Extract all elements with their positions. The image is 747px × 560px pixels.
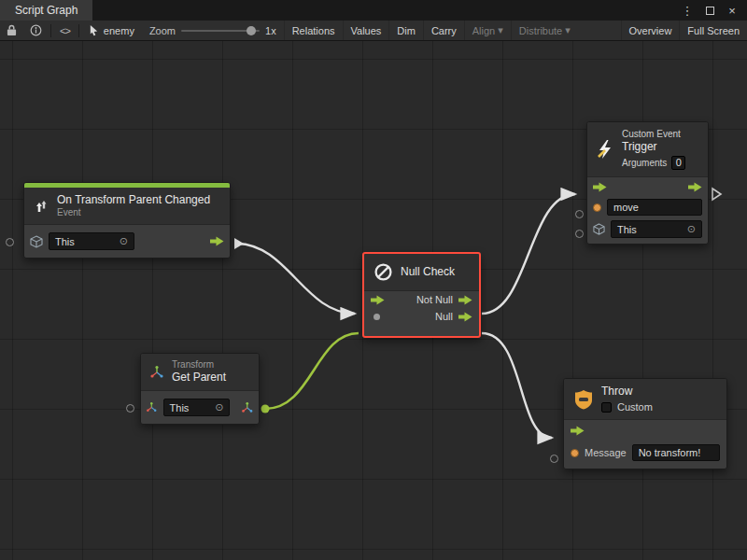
overview-button[interactable]: Overview [621, 21, 680, 40]
align-button[interactable]: Align ▾ [464, 21, 511, 40]
close-icon[interactable]: × [723, 2, 741, 19]
values-button[interactable]: Values [343, 21, 389, 40]
not-null-label: Not Null [416, 294, 453, 305]
node-subtitle: Event [57, 207, 210, 218]
null-output-arrow[interactable] [458, 312, 472, 322]
cube-icon [30, 235, 43, 248]
customevent-name-port[interactable] [575, 210, 584, 218]
window-controls: ⋮ × [678, 0, 747, 21]
zoom-value: 1x [265, 25, 276, 36]
carry-button[interactable]: Carry [423, 21, 464, 40]
node-title: Get Parent [172, 371, 226, 385]
tab-script-graph[interactable]: Script Graph [0, 0, 92, 21]
arguments-label: Arguments [622, 158, 667, 169]
graph-canvas[interactable]: On Transform Parent Changed Event This ⊙ [0, 41, 747, 560]
graph-name-label: enemy [104, 25, 134, 36]
flow-input-arrow[interactable] [593, 182, 607, 192]
object-picker-icon: ⊙ [687, 223, 696, 235]
null-check-icon [374, 262, 393, 282]
relations-button[interactable]: Relations [284, 21, 343, 40]
zoom-control: Zoom 1x [142, 25, 284, 36]
object-picker-icon: ⊙ [120, 235, 128, 247]
name-input-port[interactable] [593, 203, 601, 212]
flow-output-arrow[interactable] [210, 236, 224, 246]
titlebar: Script Graph ⋮ × [0, 0, 747, 21]
dim-button[interactable]: Dim [388, 21, 423, 40]
value-input-port[interactable] [374, 314, 380, 320]
node-body: Not Null Null [364, 291, 479, 336]
flow-input-arrow[interactable] [571, 426, 585, 436]
node-body: move This ⊙ [587, 177, 708, 244]
node-body: Message No transform! [564, 420, 726, 469]
node-header: On Transform Parent Changed Event [24, 188, 230, 225]
flow-input-arrow[interactable] [371, 295, 385, 305]
script-graph-window: Script Graph ⋮ × <> enemy Zoom 1x Relati… [0, 0, 747, 560]
node-title: Trigger [622, 140, 685, 154]
target-value: This [170, 402, 190, 413]
node-null-check[interactable]: Null Check Not Null Null [362, 252, 481, 338]
customevent-target-port[interactable] [575, 230, 584, 238]
throw-message-port[interactable] [550, 455, 558, 463]
node-header: Throw Custom [564, 379, 726, 420]
event-target-dropdown[interactable]: This ⊙ [49, 232, 134, 250]
zoom-slider-handle[interactable] [247, 26, 256, 35]
node-title: Null Check [401, 265, 455, 279]
wire-start-triangle [234, 238, 244, 249]
custom-label: Custom [617, 401, 653, 413]
wire-getparent-to-nullcheck [265, 333, 359, 409]
message-label: Message [585, 447, 627, 458]
transform-parent-changed-icon [33, 198, 49, 215]
node-get-parent[interactable]: Transform Get Parent This ⊙ [140, 353, 260, 425]
event-name-field[interactable]: move [607, 199, 702, 216]
transform-output-icon[interactable] [241, 401, 254, 414]
getparent-target-dropdown[interactable]: This ⊙ [163, 399, 231, 416]
zoom-slider[interactable] [181, 30, 260, 32]
node-header: Null Check [364, 254, 479, 291]
flow-output-arrow[interactable] [688, 182, 702, 192]
distribute-button[interactable]: Distribute ▾ [511, 21, 578, 40]
event-target-port[interactable] [6, 238, 14, 246]
custom-event-icon [596, 139, 614, 160]
node-throw[interactable]: Throw Custom Message No transform! [563, 378, 727, 469]
node-header: Transform Get Parent [141, 354, 259, 391]
node-title: Throw [601, 385, 653, 399]
node-category: Transform [172, 359, 226, 371]
lock-icon[interactable] [0, 21, 23, 40]
customevent-target-dropdown[interactable]: This ⊙ [611, 220, 702, 238]
edit-source-icon[interactable]: <> [53, 21, 77, 40]
toolbar-separator [50, 24, 51, 37]
node-title: On Transform Parent Changed [57, 193, 210, 207]
graph-name[interactable]: enemy [81, 24, 142, 36]
wire-notnull-to-customevent [482, 194, 575, 314]
getparent-target-port[interactable] [126, 404, 134, 413]
node-category: Custom Event [622, 129, 685, 140]
tab-title: Script Graph [15, 4, 78, 17]
maximize-icon[interactable] [700, 2, 719, 19]
custom-checkbox[interactable] [601, 402, 612, 413]
null-label: Null [435, 311, 453, 322]
node-body: This ⊙ [141, 391, 259, 424]
transform-type-icon[interactable] [146, 401, 158, 413]
wire-event-to-nullcheck [236, 244, 355, 314]
message-field[interactable]: No transform! [632, 444, 720, 461]
cursor-icon [89, 24, 99, 36]
event-name-value: move [613, 202, 639, 213]
cube-icon [593, 223, 605, 235]
info-icon[interactable] [23, 21, 49, 40]
fullscreen-button[interactable]: Full Screen [679, 21, 747, 40]
node-on-transform-parent-changed[interactable]: On Transform Parent Changed Event This ⊙ [23, 182, 231, 259]
menu-icon[interactable]: ⋮ [678, 2, 697, 19]
node-custom-event[interactable]: Custom Event Trigger Arguments 0 [586, 121, 709, 245]
node-body: This ⊙ [24, 225, 230, 258]
not-null-output-arrow[interactable] [458, 295, 472, 305]
distribute-label: Distribute [519, 25, 562, 36]
wire-null-to-throw [482, 333, 552, 438]
toolbar-separator [78, 24, 79, 37]
target-value: This [55, 236, 75, 247]
chevron-down-icon: ▾ [565, 24, 571, 36]
message-input-port[interactable] [571, 449, 579, 457]
maximize-glyph [706, 7, 714, 15]
arguments-value[interactable]: 0 [671, 156, 685, 170]
chevron-down-icon: ▾ [498, 24, 503, 36]
throw-icon [573, 389, 594, 410]
